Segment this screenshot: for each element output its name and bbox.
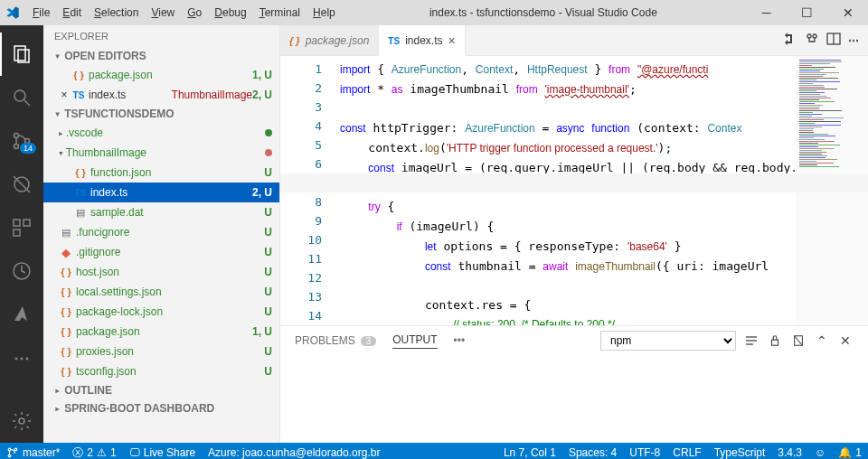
activity-more-icon[interactable]: ⋯	[0, 336, 43, 379]
panel-tab-more[interactable]: •••	[454, 334, 466, 347]
status-errors[interactable]: ⓧ2⚠1	[66, 443, 122, 459]
activity-azure-icon[interactable]	[0, 293, 43, 336]
close-button[interactable]: ✕	[827, 0, 868, 25]
lock-scroll-icon[interactable]	[767, 333, 783, 349]
menu-selection[interactable]: Selection	[89, 5, 144, 21]
svg-point-25	[8, 454, 11, 457]
close-tab-icon[interactable]: ×	[448, 33, 455, 48]
minimize-button[interactable]: ─	[746, 0, 787, 25]
editor-area[interactable]: 1234567891011121314 import { AzureFuncti…	[280, 56, 868, 325]
svg-rect-0	[14, 46, 25, 61]
open-editor-item[interactable]: { }package.json1, U	[43, 65, 279, 85]
menu-bar: FileEditSelectionViewGoDebugTerminalHelp	[27, 5, 341, 21]
tree-item[interactable]: ◆.gitignoreU	[43, 242, 279, 262]
git-refresh-icon[interactable]	[805, 32, 819, 49]
live-share-icon: 🖵	[129, 446, 140, 459]
warning-icon: ⚠	[97, 446, 107, 459]
svg-point-13	[19, 418, 24, 424]
status-feedback-icon[interactable]: ☺	[808, 446, 832, 459]
status-notifications[interactable]: 🔔1	[832, 446, 868, 459]
scm-badge: 14	[20, 143, 36, 154]
tree-item[interactable]: ▾ThumbnailImage	[43, 143, 279, 163]
panel-tab-output[interactable]: OUTPUT	[392, 333, 437, 349]
folder-header[interactable]: ▾TSFUNCTIONSDEMO	[43, 105, 279, 123]
tree-item[interactable]: { }local.settings.jsonU	[43, 282, 279, 302]
status-bar: master* ⓧ2⚠1 🖵Live Share Azure: joao.cun…	[0, 443, 868, 459]
file-icon: { }	[58, 326, 74, 337]
panel-tab-problems[interactable]: PROBLEMS3	[295, 334, 376, 347]
activity-search-icon[interactable]	[0, 76, 43, 119]
svg-point-2	[14, 90, 25, 101]
status-encoding[interactable]: UTF-8	[623, 446, 666, 459]
menu-help[interactable]: Help	[307, 5, 341, 21]
word-wrap-icon[interactable]	[743, 333, 760, 349]
panel-maximize-icon[interactable]: ⌃	[814, 333, 830, 349]
window-controls: ─ ☐ ✕	[746, 0, 868, 25]
status-language[interactable]: TypeScript	[708, 446, 772, 459]
open-editors-tree: { }package.json1, U×TSindex.tsThumbnailI…	[43, 65, 279, 105]
status-branch[interactable]: master*	[0, 443, 66, 459]
menu-debug[interactable]: Debug	[209, 5, 251, 21]
menu-go[interactable]: Go	[182, 5, 207, 21]
chevron-down-icon: ▾	[54, 50, 61, 62]
activity-remote-icon[interactable]	[0, 249, 43, 293]
code-content[interactable]: import { AzureFunction, Context, HttpReq…	[335, 56, 796, 325]
activity-settings-icon[interactable]	[0, 399, 43, 443]
tree-item[interactable]: ▸.vscode	[43, 123, 279, 143]
svg-point-24	[8, 448, 11, 451]
status-spaces[interactable]: Spaces: 4	[562, 446, 623, 459]
file-icon: TS	[71, 90, 87, 100]
tree-item[interactable]: ▤.funcignoreU	[43, 222, 279, 242]
panel-close-icon[interactable]: ✕	[837, 333, 854, 349]
tree-item[interactable]: { }package.json1, U	[43, 322, 279, 342]
output-channel-select[interactable]: npm	[600, 331, 736, 351]
tree-item[interactable]: { }function.jsonU	[43, 163, 279, 183]
menu-edit[interactable]: Edit	[57, 5, 87, 21]
tree-item[interactable]: ▤sample.datU	[43, 202, 279, 222]
activity-debug-icon[interactable]	[0, 163, 43, 206]
svg-line-23	[795, 336, 803, 346]
spring-boot-header[interactable]: ▸SPRING-BOOT DASHBOARD	[43, 399, 279, 417]
chevron-right-icon: ▸	[54, 384, 61, 397]
status-azure[interactable]: Azure: joao.cunha@eldorado.org.br	[202, 443, 386, 459]
open-editor-item[interactable]: ×TSindex.tsThumbnailImage2, U	[43, 85, 279, 105]
tree-item[interactable]: TSindex.ts2, U	[43, 183, 279, 202]
clear-output-icon[interactable]	[790, 333, 807, 349]
svg-rect-10	[24, 220, 30, 226]
activity-scm-icon[interactable]: 14	[0, 119, 43, 163]
activity-explorer-icon[interactable]	[0, 33, 43, 76]
error-icon: ⓧ	[72, 445, 83, 460]
editor-tabs: { }package.jsonTSindex.ts× ⋯	[280, 25, 868, 56]
status-eol[interactable]: CRLF	[666, 446, 707, 459]
svg-rect-21	[772, 340, 778, 345]
open-editors-header[interactable]: ▾OPEN EDITORS	[43, 47, 279, 65]
editor-tab[interactable]: TSindex.ts×	[379, 25, 465, 56]
menu-view[interactable]: View	[146, 5, 180, 21]
editor-group: { }package.jsonTSindex.ts× ⋯ 12345678910…	[280, 25, 868, 443]
tree-item[interactable]: { }tsconfig.jsonU	[43, 361, 279, 381]
status-ln-col[interactable]: Ln 7, Col 1	[497, 446, 562, 459]
git-status-dot	[265, 149, 272, 156]
file-icon: { }	[58, 306, 74, 317]
sidebar: EXPLORER ▾OPEN EDITORS { }package.json1,…	[43, 25, 280, 443]
tree-item[interactable]: { }proxies.jsonU	[43, 342, 279, 361]
outline-header[interactable]: ▸OUTLINE	[43, 381, 279, 399]
minimap[interactable]	[796, 56, 868, 325]
menu-terminal[interactable]: Terminal	[254, 5, 306, 21]
file-icon: { }	[58, 366, 74, 377]
svg-point-4	[14, 134, 19, 138]
file-icon: TS	[388, 34, 400, 47]
activity-extensions-icon[interactable]	[0, 206, 43, 249]
git-compare-icon[interactable]	[783, 32, 797, 49]
maximize-button[interactable]: ☐	[787, 0, 827, 25]
editor-tab[interactable]: { }package.json	[280, 25, 379, 55]
more-icon[interactable]: ⋯	[848, 34, 859, 47]
status-ts-version[interactable]: 3.4.3	[771, 446, 808, 459]
split-editor-icon[interactable]	[826, 32, 841, 49]
tree-item[interactable]: { }package-lock.jsonU	[43, 302, 279, 322]
file-icon: ▤	[72, 207, 89, 219]
status-live-share[interactable]: 🖵Live Share	[123, 443, 202, 459]
svg-line-8	[14, 176, 30, 192]
tree-item[interactable]: { }host.jsonU	[43, 262, 279, 282]
menu-file[interactable]: File	[27, 5, 55, 21]
